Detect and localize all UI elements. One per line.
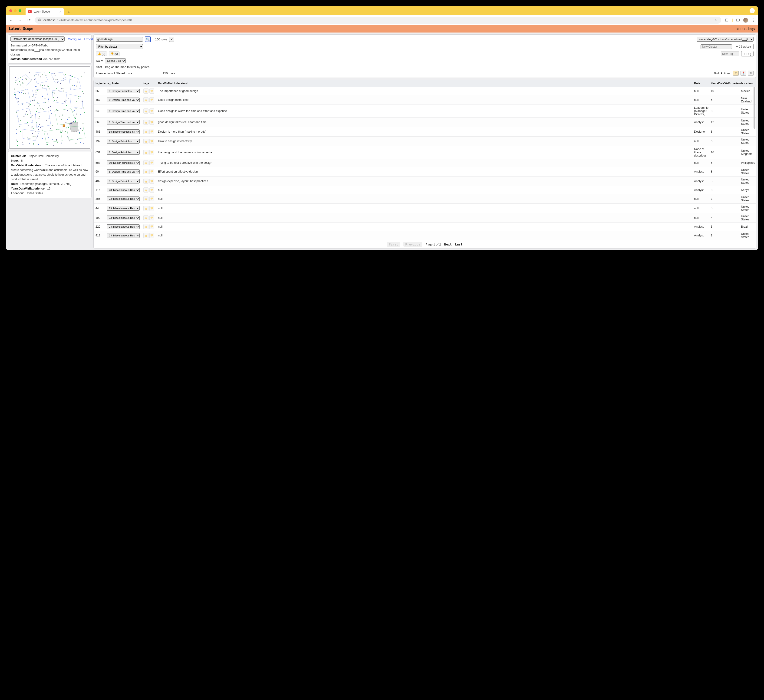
table-row[interactable]: 48338: Misconceptions in Design👍👎Design … bbox=[94, 127, 756, 137]
new-tab-button[interactable]: + bbox=[66, 9, 72, 15]
thumbs-up-icon[interactable]: 👍 bbox=[143, 160, 149, 166]
thumbs-up-icon[interactable]: 👍 bbox=[143, 97, 149, 102]
thumbs-down-icon[interactable]: 👎 bbox=[149, 188, 155, 192]
thumbs-down-icon[interactable]: 👎 bbox=[149, 169, 155, 174]
thumbs-down-icon[interactable]: 👎 bbox=[149, 233, 155, 238]
scope-select[interactable]: Datavis Not Understood (scopes-001) bbox=[11, 36, 64, 42]
pager-prev[interactable]: Previous bbox=[403, 242, 422, 247]
export-link[interactable]: Export bbox=[84, 38, 93, 41]
thumbs-down-icon[interactable]: 👎 bbox=[149, 206, 155, 211]
thumbs-up-icon[interactable]: 👍 bbox=[143, 179, 149, 184]
cluster-select[interactable]: 23: Miscellaneous Responses bbox=[106, 197, 139, 201]
thumbs-up-icon[interactable]: 👍 bbox=[143, 233, 149, 238]
col-DataVizNotUnderstood[interactable]: DataVizNotUnderstood bbox=[156, 80, 692, 87]
cluster-select[interactable]: 23: Miscellaneous Responses bbox=[106, 188, 139, 192]
thumbs-down-icon[interactable]: 👎 bbox=[149, 215, 155, 220]
col-tags[interactable]: tags bbox=[141, 80, 156, 87]
new-cluster-input[interactable] bbox=[701, 44, 732, 49]
thumbs-up-icon[interactable]: 👍 bbox=[143, 108, 149, 114]
thumbs-down-icon[interactable]: 👎 bbox=[149, 120, 155, 125]
cluster-select[interactable]: 23: Miscellaneous Responses bbox=[106, 216, 139, 220]
kebab-menu-icon[interactable]: ⋮ bbox=[751, 18, 756, 22]
thumbs-down-icon[interactable]: 👎 bbox=[149, 150, 155, 155]
thumbs-down-icon[interactable]: 👎 bbox=[149, 89, 155, 94]
profile-avatar[interactable] bbox=[743, 18, 748, 23]
thumbs-down-icon[interactable]: 👎 bbox=[149, 139, 155, 144]
add-cluster-button[interactable]: +Cluster bbox=[734, 44, 753, 49]
col-ls_cluster[interactable]: ls_cluster bbox=[105, 80, 141, 87]
bulk-tag-icon[interactable]: 🏷 bbox=[733, 70, 739, 76]
table-row[interactable]: 38523: Miscellaneous Responses👍👎nullnull… bbox=[94, 194, 756, 204]
thumbs-up-icon[interactable]: 👍 bbox=[143, 89, 149, 94]
cluster-select[interactable]: 6: Design Time and Value bbox=[106, 120, 139, 125]
add-tag-button[interactable]: +Tag bbox=[741, 51, 753, 56]
thumbs-up-icon[interactable]: 👍 bbox=[143, 169, 149, 174]
search-input[interactable] bbox=[96, 37, 143, 42]
table-row[interactable]: 41323: Miscellaneous Responses👍👎nullAnal… bbox=[94, 231, 756, 241]
table-row[interactable]: 6696: Design Time and Value👍👎good design… bbox=[94, 117, 756, 127]
thumbs-up-icon[interactable]: 👍 bbox=[143, 224, 149, 229]
upvote-filter-button[interactable]: 👍 (0) bbox=[96, 52, 107, 56]
forward-button[interactable]: → bbox=[17, 18, 23, 22]
table-row[interactable]: 11623: Miscellaneous Responses👍👎nullAnal… bbox=[94, 186, 756, 194]
pager-last[interactable]: Last bbox=[455, 242, 463, 246]
table-row[interactable]: 4423: Miscellaneous Responses👍👎nullnull5… bbox=[94, 204, 756, 213]
media-icon[interactable] bbox=[736, 18, 740, 22]
maximize-window-button[interactable] bbox=[19, 9, 21, 12]
thumbs-down-icon[interactable]: 👎 bbox=[149, 160, 155, 166]
scrollbar[interactable] bbox=[753, 87, 755, 159]
cluster-select[interactable]: 8: Design Principles bbox=[106, 150, 139, 155]
thumbs-up-icon[interactable]: 👍 bbox=[143, 129, 149, 134]
scatter-map[interactable] bbox=[9, 66, 91, 148]
reload-button[interactable]: ⟳ bbox=[26, 18, 31, 22]
table-row[interactable]: 1928: Design Principles👍👎How to design i… bbox=[94, 137, 756, 146]
configure-link[interactable]: Configure bbox=[68, 38, 81, 41]
cluster-select[interactable]: 6: Design Time and Value bbox=[106, 169, 139, 174]
cluster-select[interactable]: 8: Design Principles bbox=[106, 179, 139, 183]
col-ls_index[interactable]: ls_index bbox=[94, 80, 105, 87]
search-button[interactable]: 🔍 bbox=[145, 36, 151, 42]
minimize-window-button[interactable] bbox=[14, 9, 17, 12]
table-row[interactable]: 6638: Design Principles👍👎The importance … bbox=[94, 87, 756, 95]
bulk-delete-icon[interactable]: 🗑 bbox=[748, 70, 753, 76]
table-row[interactable]: 6318: Design Principles👍👎the design and … bbox=[94, 146, 756, 159]
thumbs-down-icon[interactable]: 👎 bbox=[149, 108, 155, 114]
thumbs-up-icon[interactable]: 👍 bbox=[143, 206, 149, 211]
table-row[interactable]: 19023: Miscellaneous Responses👍👎nullnull… bbox=[94, 213, 756, 223]
extensions-icon[interactable] bbox=[725, 18, 729, 22]
scrollbar-thumb[interactable] bbox=[753, 87, 755, 129]
cluster-select[interactable]: 8: Design Principles bbox=[106, 139, 139, 144]
thumbs-up-icon[interactable]: 👍 bbox=[143, 120, 149, 125]
close-window-button[interactable] bbox=[9, 9, 12, 12]
site-info-icon[interactable]: ⓘ bbox=[38, 18, 41, 22]
address-bar[interactable]: ⓘ localhost:5174/datasets/datavis-notund… bbox=[35, 17, 721, 24]
table-row[interactable]: 4576: Design Time and Value👍👎Good design… bbox=[94, 95, 756, 105]
thumbs-up-icon[interactable]: 👍 bbox=[143, 196, 149, 202]
cluster-filter-select[interactable]: Filter by cluster bbox=[96, 44, 143, 49]
bulk-pin-icon[interactable]: 📍 bbox=[741, 70, 746, 76]
thumbs-down-icon[interactable]: 👎 bbox=[149, 129, 155, 134]
cluster-select[interactable]: 23: Miscellaneous Responses bbox=[106, 224, 139, 229]
chevron-down-icon[interactable]: ⌄ bbox=[750, 8, 755, 13]
cluster-select[interactable]: 6: Design Time and Value bbox=[106, 98, 139, 102]
back-button[interactable]: ← bbox=[8, 18, 14, 22]
clear-search-button[interactable]: ✕ bbox=[169, 37, 174, 42]
cluster-select[interactable]: 6: Design Time and Value bbox=[106, 109, 139, 113]
pager-next[interactable]: Next bbox=[444, 242, 452, 246]
cluster-select[interactable]: 23: Miscellaneous Responses bbox=[106, 206, 139, 211]
pager-first[interactable]: First bbox=[387, 242, 400, 247]
table-row[interactable]: 22023: Miscellaneous Responses👍👎nullAnal… bbox=[94, 223, 756, 231]
thumbs-up-icon[interactable]: 👍 bbox=[143, 188, 149, 192]
thumbs-down-icon[interactable]: 👎 bbox=[149, 97, 155, 102]
thumbs-up-icon[interactable]: 👍 bbox=[143, 150, 149, 155]
downvote-filter-button[interactable]: 👎 (0) bbox=[109, 52, 120, 56]
browser-tab[interactable]: G Latent Scope × bbox=[25, 8, 64, 15]
thumbs-down-icon[interactable]: 👎 bbox=[149, 224, 155, 229]
tab-close-icon[interactable]: × bbox=[59, 10, 61, 14]
table-row[interactable]: 6486: Design Time and Value👍👎Good design… bbox=[94, 105, 756, 117]
col-YearsDataVizExperience[interactable]: YearsDataVizExperience bbox=[709, 80, 739, 87]
table-row[interactable]: 4828: Design Principles👍👎design expertis… bbox=[94, 177, 756, 186]
thumbs-down-icon[interactable]: 👎 bbox=[149, 179, 155, 184]
bookmark-icon[interactable]: ☆ bbox=[714, 18, 718, 22]
thumbs-down-icon[interactable]: 👎 bbox=[149, 196, 155, 202]
